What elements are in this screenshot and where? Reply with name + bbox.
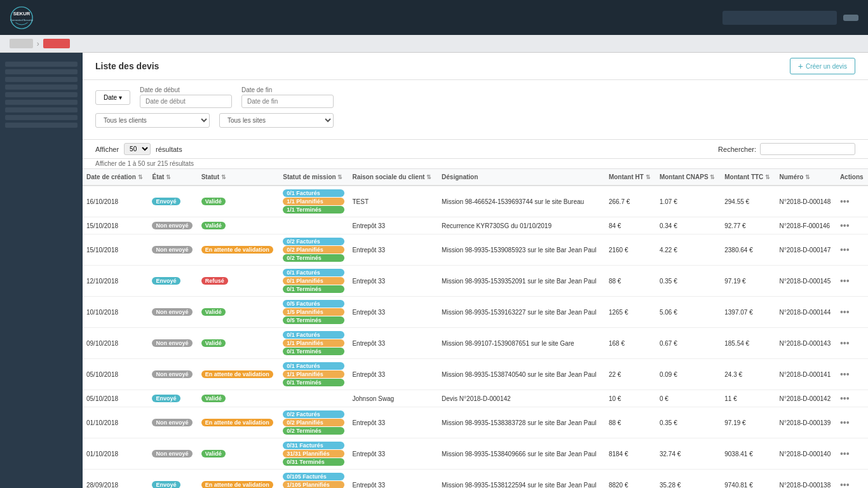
cell-mission-9: 0/31 Facturés31/31 Plannifiés0/31 Termin… <box>279 438 348 470</box>
mission-badge: 1/105 Plannifiés <box>283 481 344 488</box>
header-action-button[interactable] <box>843 15 858 21</box>
sort-icon-cnaps: ⇅ <box>710 174 715 180</box>
row-actions-button[interactable]: ••• <box>840 417 850 428</box>
cell-actions-0[interactable]: ••• <box>836 186 868 217</box>
row-actions-button[interactable]: ••• <box>840 338 850 348</box>
devis-table: Date de création ⇅ État ⇅ Statut ⇅ Statu… <box>83 169 868 488</box>
cell-actions-1[interactable]: ••• <box>836 217 868 234</box>
cell-designation-4: Mission 98-9935-1539163227 sur le site B… <box>438 297 605 328</box>
cell-date-3: 12/10/2018 <box>83 266 148 297</box>
col-montant-cnaps[interactable]: Montant CNAPS ⇅ <box>656 169 721 186</box>
table-row[interactable]: 12/10/2018EnvoyéRefusé0/1 Facturés0/1 Pl… <box>83 266 868 297</box>
sort-icon-client: ⇅ <box>426 174 431 180</box>
col-montant-ttc[interactable]: Montant TTC ⇅ <box>721 169 775 186</box>
row-actions-button[interactable]: ••• <box>840 276 850 286</box>
cell-statut-10: En attente de validation <box>198 470 280 489</box>
sidebar-bar-8 <box>5 115 78 120</box>
etat-badge: Non envoyé <box>152 370 192 378</box>
cell-numero-6: N°2018-D-000141 <box>776 359 836 390</box>
per-page-select[interactable]: 50 <box>124 143 151 155</box>
col-client[interactable]: Raison sociale du client ⇅ <box>348 169 438 186</box>
cell-montant-ht-6: 22 € <box>605 359 656 390</box>
table-header: Date de création ⇅ État ⇅ Statut ⇅ Statu… <box>83 169 868 186</box>
breadcrumb-item-current[interactable] <box>43 39 70 48</box>
filter-row-1: Date ▾ Date de début Date de fin <box>95 86 855 108</box>
cell-actions-3[interactable]: ••• <box>836 266 868 297</box>
date-debut-input[interactable] <box>140 95 232 108</box>
table-body: 16/10/2018EnvoyéValidé0/1 Facturés1/1 Pl… <box>83 186 868 488</box>
table-row[interactable]: 05/10/2018EnvoyéValidéJohnson SwagDevis … <box>83 390 868 407</box>
create-devis-button[interactable]: Créer un devis <box>790 58 855 74</box>
mission-badges-group: 0/1 Facturés1/1 Plannifiés0/1 Terminés <box>283 362 344 386</box>
cell-statut-9: Validé <box>198 438 280 470</box>
date-fin-input[interactable] <box>241 95 334 108</box>
table-row[interactable]: 09/10/2018Non envoyéValidé0/1 Facturés1/… <box>83 328 868 359</box>
cell-montant-cnaps-4: 5.06 € <box>656 297 721 328</box>
col-numero[interactable]: Numéro ⇅ <box>776 169 836 186</box>
cell-actions-2[interactable]: ••• <box>836 234 868 266</box>
row-actions-button[interactable]: ••• <box>840 449 850 459</box>
row-actions-button[interactable]: ••• <box>840 307 850 317</box>
date-debut-label: Date de début <box>140 86 232 93</box>
results-count-text: Afficher de 1 à 50 sur 215 résultats <box>83 159 868 169</box>
sidebar-bar-4 <box>5 85 78 90</box>
mission-badge: 1/1 Plannifiés <box>283 370 344 378</box>
row-actions-button[interactable]: ••• <box>840 480 850 488</box>
page-title: Liste des devis <box>95 61 159 71</box>
cell-etat-5: Non envoyé <box>148 328 197 359</box>
header: SEKUR Connected Security <box>0 0 868 35</box>
cell-designation-9: Mission 98-9935-1538409666 sur le site B… <box>438 438 605 470</box>
cell-actions-9[interactable]: ••• <box>836 438 868 470</box>
cell-client-6: Entrepôt 33 <box>348 359 438 390</box>
cell-actions-4[interactable]: ••• <box>836 297 868 328</box>
svg-text:Connected Security: Connected Security <box>10 18 34 21</box>
cell-actions-7[interactable]: ••• <box>836 390 868 407</box>
row-actions-button[interactable]: ••• <box>840 245 850 255</box>
statut-badge: En attente de validation <box>201 481 273 488</box>
table-row[interactable]: 16/10/2018EnvoyéValidé0/1 Facturés1/1 Pl… <box>83 186 868 217</box>
clients-select[interactable]: Tous les clients <box>95 113 210 128</box>
sort-icon-etat: ⇅ <box>166 174 171 180</box>
cell-statut-8: En attente de validation <box>198 407 280 438</box>
col-statut-mission[interactable]: Statut de mission ⇅ <box>279 169 348 186</box>
date-filter-button[interactable]: Date ▾ <box>95 90 130 105</box>
col-statut[interactable]: Statut ⇅ <box>198 169 280 186</box>
sidebar-bar-9 <box>5 123 78 128</box>
row-actions-button[interactable]: ••• <box>840 196 850 207</box>
row-actions-button[interactable]: ••• <box>840 393 850 403</box>
row-actions-button[interactable]: ••• <box>840 369 850 379</box>
col-date-creation[interactable]: Date de création ⇅ <box>83 169 148 186</box>
table-row[interactable]: 01/10/2018Non envoyéEn attente de valida… <box>83 407 868 438</box>
rechercher-label: Rechercher: <box>718 146 756 153</box>
cell-actions-10[interactable]: ••• <box>836 470 868 489</box>
sidebar-bar-6 <box>5 100 78 105</box>
table-row[interactable]: 10/10/2018Non envoyéValidé0/5 Facturés1/… <box>83 297 868 328</box>
header-search-input[interactable] <box>722 11 837 25</box>
table-row[interactable]: 28/09/2018EnvoyéEn attente de validation… <box>83 470 868 489</box>
col-designation[interactable]: Désignation <box>438 169 605 186</box>
cell-actions-6[interactable]: ••• <box>836 359 868 390</box>
cell-numero-2: N°2018-D-000147 <box>776 234 836 266</box>
table-row[interactable]: 05/10/2018Non envoyéEn attente de valida… <box>83 359 868 390</box>
cell-montant-ht-1: 84 € <box>605 217 656 234</box>
sidebar-bar-3 <box>5 77 78 82</box>
cell-montant-ht-8: 88 € <box>605 407 656 438</box>
etat-badge: Envoyé <box>152 277 180 285</box>
sites-select[interactable]: Tous les sites <box>219 113 334 128</box>
breadcrumb-item-1[interactable] <box>10 39 33 48</box>
cell-statut-6: En attente de validation <box>198 359 280 390</box>
cell-actions-5[interactable]: ••• <box>836 328 868 359</box>
cell-client-8: Entrepôt 33 <box>348 407 438 438</box>
mission-badge: 0/1 Terminés <box>283 285 344 293</box>
col-montant-ht[interactable]: Montant HT ⇅ <box>605 169 656 186</box>
mission-badges-group: 0/2 Facturés0/2 Plannifiés0/2 Terminés <box>283 238 344 262</box>
table-search-input[interactable] <box>760 143 855 155</box>
filter-date-fin-group: Date de fin <box>241 86 334 108</box>
statut-badge: Validé <box>201 198 226 205</box>
table-row[interactable]: 01/10/2018Non envoyéValidé0/31 Facturés3… <box>83 438 868 470</box>
table-row[interactable]: 15/10/2018Non envoyéEn attente de valida… <box>83 234 868 266</box>
cell-actions-8[interactable]: ••• <box>836 407 868 438</box>
row-actions-button[interactable]: ••• <box>840 220 850 231</box>
col-etat[interactable]: État ⇅ <box>148 169 197 186</box>
table-row[interactable]: 15/10/2018Non envoyéValidéEntrepôt 33Rec… <box>83 217 868 234</box>
